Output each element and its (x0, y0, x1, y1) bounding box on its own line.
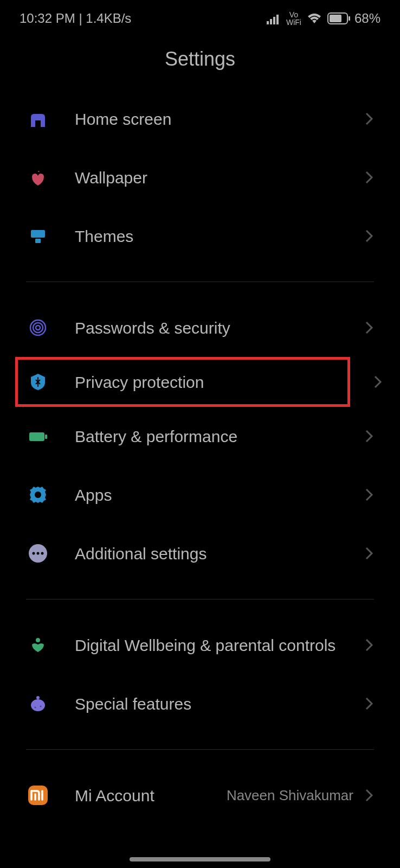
chevron-right-icon (364, 546, 374, 561)
svg-point-18 (41, 552, 44, 555)
item-label: Additional settings (75, 543, 364, 564)
item-label: Digital Wellbeing & parental controls (75, 635, 364, 656)
vowifi-top: Vo (286, 11, 301, 18)
svg-point-23 (40, 706, 42, 707)
svg-point-11 (36, 326, 40, 330)
svg-rect-2 (273, 17, 275, 24)
settings-item-special-features[interactable]: Special features (0, 674, 400, 733)
status-net-speed: 1.4KB/s (86, 11, 131, 26)
status-right: Vo WiFi 68% (267, 11, 380, 26)
signal-icon (267, 12, 281, 24)
svg-rect-7 (31, 230, 45, 238)
svg-point-19 (36, 638, 40, 642)
settings-item-wallpaper[interactable]: Wallpaper (0, 148, 400, 207)
divider (26, 749, 374, 750)
settings-item-additional-settings[interactable]: Additional settings (0, 524, 400, 583)
svg-rect-8 (35, 239, 41, 243)
item-label: Home screen (75, 108, 364, 130)
svg-rect-5 (330, 15, 341, 22)
svg-rect-1 (270, 19, 272, 24)
wallpaper-icon (26, 165, 50, 189)
svg-point-20 (36, 696, 40, 699)
svg-rect-12 (29, 432, 44, 441)
svg-rect-3 (276, 15, 279, 24)
settings-item-privacy-protection[interactable]: Privacy protection (15, 357, 350, 407)
status-bar: 10:32 PM | 1.4KB/s Vo WiFi (0, 0, 400, 31)
svg-rect-0 (267, 21, 269, 24)
status-time: 10:32 PM (20, 11, 75, 26)
battery-indicator: 68% (327, 11, 380, 26)
vowifi-bottom: WiFi (286, 18, 301, 26)
divider (26, 599, 374, 599)
settings-item-apps[interactable]: Apps (0, 465, 400, 524)
settings-item-battery-performance[interactable]: Battery & performance (0, 407, 400, 465)
svg-point-22 (35, 707, 36, 709)
mi-logo-icon (26, 783, 50, 807)
fingerprint-icon (26, 316, 50, 340)
chevron-right-icon (364, 696, 374, 711)
chevron-right-icon (364, 487, 374, 502)
navigation-handle[interactable] (130, 857, 270, 861)
item-label: Wallpaper (75, 167, 364, 188)
page-title: Settings (0, 31, 400, 90)
item-label: Passwords & security (75, 317, 364, 339)
item-label: Special features (75, 693, 364, 714)
chevron-right-icon (364, 637, 374, 653)
chevron-right-icon (364, 111, 374, 126)
wellbeing-icon (26, 633, 50, 657)
battery-icon (26, 424, 50, 448)
item-label: Apps (75, 484, 364, 506)
battery-percent: 68% (354, 11, 380, 26)
status-left: 10:32 PM | 1.4KB/s (20, 11, 131, 26)
chevron-right-icon (364, 170, 374, 185)
svg-point-17 (37, 552, 40, 555)
settings-item-home-screen[interactable]: Home screen (0, 90, 400, 148)
chevron-right-icon (364, 228, 374, 244)
themes-icon (26, 224, 50, 248)
gear-icon (26, 483, 50, 507)
chevron-right-icon (364, 320, 374, 335)
status-separator: | (75, 11, 86, 26)
svg-point-10 (33, 323, 43, 333)
divider (26, 282, 374, 282)
vowifi-indicator: Vo WiFi (286, 11, 301, 26)
svg-point-16 (33, 552, 35, 555)
wifi-icon (307, 12, 322, 24)
item-label: Themes (75, 226, 364, 247)
svg-rect-13 (45, 435, 47, 439)
settings-item-digital-wellbeing[interactable]: Digital Wellbeing & parental controls (0, 616, 400, 674)
chevron-right-icon (364, 788, 374, 803)
item-label: Privacy protection (75, 372, 350, 393)
svg-point-21 (31, 699, 45, 711)
svg-point-14 (35, 492, 41, 498)
privacy-shield-icon (26, 370, 50, 394)
chevron-right-icon (364, 429, 374, 444)
item-label: Mi Account (75, 785, 227, 806)
settings-list: Home screen Wallpaper Themes (0, 90, 400, 825)
settings-item-passwords-security[interactable]: Passwords & security (0, 298, 400, 357)
item-label: Battery & performance (75, 426, 364, 447)
settings-item-themes[interactable]: Themes (0, 207, 400, 265)
item-value: Naveen Shivakumar (227, 787, 353, 804)
special-features-icon (26, 692, 50, 716)
settings-item-mi-account[interactable]: Mi Account Naveen Shivakumar (0, 766, 400, 825)
svg-rect-6 (349, 16, 350, 21)
more-icon (26, 541, 50, 565)
home-icon (26, 107, 50, 131)
chevron-right-icon (373, 374, 383, 390)
